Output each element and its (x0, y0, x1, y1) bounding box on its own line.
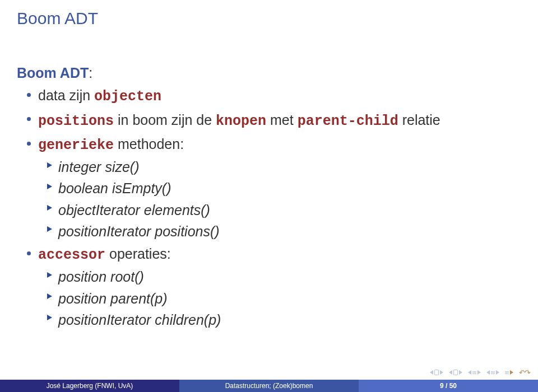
subheading: Boom ADT (17, 65, 89, 81)
subheading-line: Boom ADT: (17, 63, 504, 83)
beamer-nav-icons: ↶↷ (430, 367, 530, 377)
slide: Boom ADT Boom ADT: data zijn objecten po… (0, 0, 538, 392)
nav-nextslide-icon[interactable] (486, 370, 499, 375)
method-isempty: boolean isEmpty() (17, 178, 504, 198)
kw-positions: positions (38, 113, 114, 129)
slide-body: Boom ADT: data zijn objecten positions i… (17, 63, 504, 330)
footer-topic: Datastructuren; (Zoek)bomen (179, 380, 359, 392)
bullet-4: accessor operaties: (17, 244, 504, 265)
nav-prevslide-icon[interactable] (468, 370, 481, 375)
slide-title: Boom ADT (17, 9, 98, 28)
kw-accessor: accessor (38, 247, 105, 263)
nav-lines-icon[interactable] (505, 370, 513, 375)
method-size: integer size() (17, 157, 504, 177)
method-children: positionIterator children(p) (17, 310, 504, 330)
nav-prev-icon[interactable] (449, 370, 462, 375)
nav-cycle-icon[interactable]: ↶↷ (519, 368, 530, 377)
method-elements: objectIterator elements() (17, 200, 504, 220)
kw-parent-child: parent-child (298, 113, 398, 129)
bullet-1: data zijn objecten (17, 85, 504, 107)
bullet-3: generieke methoden: (17, 134, 504, 156)
bullet-2: positions in boom zijn de knopen met par… (17, 110, 504, 132)
footer-page: 9 / 50 (359, 380, 538, 392)
method-positions: positionIterator positions() (17, 221, 504, 241)
footer: José Lagerberg (FNWI, UvA) Datastructure… (0, 380, 538, 392)
kw-generieke: generieke (38, 137, 114, 153)
kw-objecten: objecten (94, 88, 161, 105)
kw-knopen: knopen (216, 113, 266, 129)
method-root: position root() (17, 267, 504, 287)
nav-first-icon[interactable] (430, 370, 443, 375)
footer-author: José Lagerberg (FNWI, UvA) (0, 380, 179, 392)
method-parent: position parent(p) (17, 288, 504, 309)
